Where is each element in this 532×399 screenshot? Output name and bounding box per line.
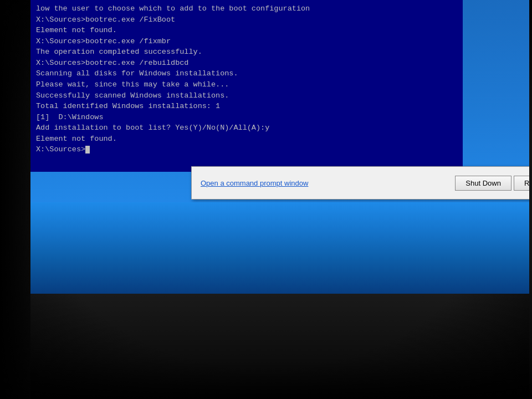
- shutdown-button[interactable]: Shut Down: [455, 176, 511, 191]
- screen-content: low the user to choose which to add to t…: [30, 0, 529, 294]
- cmd-line-fixboot-cmd: X:\Sources>bootrec.exe /FixBoot: [36, 14, 457, 25]
- left-bezel: [0, 0, 30, 399]
- cmd-line-pleasewait: Please wait, since this may take a while…: [36, 79, 457, 90]
- cmd-line-fixmbr-result: The operation completed successfully.: [36, 47, 457, 58]
- cmd-prompt-final: X:\Sources>: [36, 144, 457, 155]
- cmd-line-dwindows: [1] D:\Windows: [36, 112, 457, 123]
- restart-button[interactable]: Res: [514, 176, 529, 191]
- bottom-bezel: [30, 294, 529, 399]
- cmd-line-total: Total identified Windows installations: …: [36, 101, 457, 112]
- cmd-line-fixmbr-cmd: X:\Sources>bootrec.exe /fixmbr: [36, 36, 457, 47]
- open-cmd-link[interactable]: Open a command prompt window: [201, 179, 308, 187]
- desktop-area: [30, 202, 529, 294]
- dialog-buttons: Shut Down Res: [455, 176, 529, 191]
- cmd-line-rebuildbcd-cmd: X:\Sources>bootrec.exe /rebuildbcd: [36, 58, 457, 69]
- cmd-line-scanned: Successfully scanned Windows installatio…: [36, 90, 457, 101]
- cmd-line-addinstall: Add installation to boot list? Yes(Y)/No…: [36, 122, 457, 134]
- cmd-line-notfound: Element not found.: [36, 134, 457, 145]
- cmd-line-partial: low the user to choose which to add to t…: [36, 3, 457, 14]
- cmd-line-rebuildbcd-scanning: Scanning all disks for Windows installat…: [36, 68, 457, 79]
- dialog-bar: Open a command prompt window Shut Down R…: [191, 166, 529, 200]
- cmd-line-fixboot-result: Element not found.: [36, 25, 457, 36]
- cmd-cursor: [85, 146, 90, 154]
- cmd-window: low the user to choose which to add to t…: [30, 0, 463, 172]
